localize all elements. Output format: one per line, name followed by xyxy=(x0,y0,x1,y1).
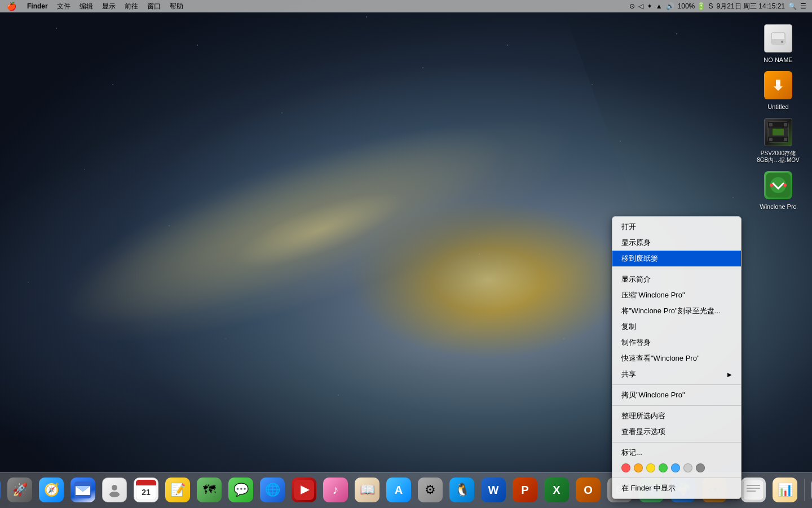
ctx-move-to-trash[interactable]: 移到废纸篓 xyxy=(612,251,741,266)
dock-sysprefs[interactable]: ⚙ xyxy=(416,475,445,505)
tag-gray[interactable] xyxy=(683,463,692,472)
dock-messages[interactable]: 💬 xyxy=(226,475,255,505)
psv-icon-img xyxy=(762,116,794,148)
noname-label: NO NAME xyxy=(764,56,792,64)
menu-help[interactable]: 帮助 xyxy=(165,0,188,12)
notification-icon[interactable]: ☰ xyxy=(800,2,806,10)
wps-x-icon: X xyxy=(544,478,569,502)
dock-contacts[interactable] xyxy=(100,475,129,505)
ctx-compress[interactable]: 压缩"Winclone Pro" xyxy=(612,287,741,303)
desktop-icon-psv[interactable]: PSV2000存储8GB内…据.MOV xyxy=(756,116,801,164)
tag-orange[interactable] xyxy=(634,463,643,472)
dock-mail[interactable] xyxy=(68,475,98,505)
ctx-open[interactable]: 打开 xyxy=(612,219,741,235)
ctx-separator-2 xyxy=(612,384,741,385)
dock-qq[interactable]: 🐧 xyxy=(447,475,476,505)
ctx-tags-row xyxy=(612,461,741,475)
tag-dark-gray[interactable] xyxy=(696,463,705,472)
wps-p-icon: P xyxy=(513,478,537,502)
dock-appstore[interactable]: A xyxy=(384,475,413,505)
menu-finder[interactable]: Finder xyxy=(23,0,52,12)
svg-rect-8 xyxy=(784,123,787,126)
dock-maps[interactable]: 🗺 xyxy=(195,475,224,505)
textedit-icon xyxy=(741,478,766,502)
ctx-paste[interactable]: 拷贝"Winclone Pro" xyxy=(612,387,741,403)
contacts-icon xyxy=(102,478,127,502)
dock-wps-w[interactable]: W xyxy=(479,475,508,505)
volume-icon[interactable]: 🔊 xyxy=(666,2,674,10)
itunes-icon: ♪ xyxy=(323,478,348,502)
svg-point-15 xyxy=(770,183,773,187)
ctx-view-options[interactable]: 查看显示选项 xyxy=(612,424,741,440)
search-icon[interactable]: 🔍 xyxy=(788,2,797,10)
ctx-separator-5 xyxy=(612,478,741,478)
ctx-burn[interactable]: 将"Winclone Pro"刻录至光盘... xyxy=(612,303,741,319)
svg-rect-12 xyxy=(773,129,784,135)
desktop-icon-noname[interactable]: NO NAME xyxy=(756,23,801,64)
dock-wps-o[interactable]: O xyxy=(573,475,603,505)
svg-point-2 xyxy=(781,41,783,43)
ctx-show-in-finder[interactable]: 在 Finder 中显示 xyxy=(612,480,741,496)
dock-trash[interactable] xyxy=(809,475,812,505)
ibooks-icon: 📖 xyxy=(355,478,379,502)
noname-icon-img xyxy=(762,23,794,54)
dock-safari[interactable]: 🧭 xyxy=(37,475,66,505)
share-arrow-icon: ▶ xyxy=(727,371,732,378)
ctx-separator-3 xyxy=(612,405,741,406)
menu-view[interactable]: 显示 xyxy=(98,0,120,12)
menu-file[interactable]: 文件 xyxy=(52,0,75,12)
skype-icon: S xyxy=(709,2,713,10)
dock-finder[interactable] xyxy=(0,475,3,505)
dock-wps-p[interactable]: P xyxy=(510,475,540,505)
spreadsheet-icon: 📊 xyxy=(773,478,797,502)
ctx-tags-label[interactable]: 标记... xyxy=(612,445,741,461)
wifi-icon[interactable]: ▲ xyxy=(656,2,663,10)
ctx-share[interactable]: 共享 ▶ xyxy=(612,366,741,382)
desktop-icon-untitled[interactable]: Untitled xyxy=(756,69,801,111)
datetime-display: 9月21日 周三 14:15:21 xyxy=(717,2,785,11)
notes-icon: 📝 xyxy=(165,478,190,502)
qq-icon: 🐧 xyxy=(449,478,474,502)
menu-edit[interactable]: 编辑 xyxy=(75,0,98,12)
desktop-icon-winclone[interactable]: Winclone Pro xyxy=(756,169,801,211)
dock-itunes[interactable]: ♪ xyxy=(321,475,350,505)
maps-icon: 🗺 xyxy=(197,478,222,502)
dock-wps-x[interactable]: X xyxy=(542,475,571,505)
ctx-separator-1 xyxy=(612,269,741,269)
ctx-quicklook[interactable]: 快速查看"Winclone Pro" xyxy=(612,351,741,366)
desktop-icons-area: NO NAME Untitled xyxy=(744,17,812,217)
battery-indicator[interactable]: 100% 🔋 xyxy=(678,2,705,10)
launchpad-icon: 🚀 xyxy=(7,478,32,502)
menu-go[interactable]: 前往 xyxy=(120,0,143,12)
ctx-clean-up[interactable]: 整理所选内容 xyxy=(612,408,741,424)
context-menu: 打开 显示原身 移到废纸篓 显示简介 压缩"Winclone Pro" 将"Wi… xyxy=(612,216,742,499)
dock-textedit[interactable] xyxy=(739,475,768,505)
dock-streamclip[interactable] xyxy=(289,475,319,505)
winclone-label: Winclone Pro xyxy=(760,203,796,211)
dock-ibooks[interactable]: 📖 xyxy=(352,475,382,505)
ctx-separator-4 xyxy=(612,442,741,443)
desktop: 🍎 Finder 文件 编辑 显示 前往 窗口 帮助 ⊙ ◁ ✦ ▲ 🔊 100… xyxy=(0,0,812,508)
apple-menu[interactable]: 🍎 xyxy=(0,2,23,11)
winclone-icon xyxy=(764,171,792,199)
tag-red[interactable] xyxy=(621,463,630,472)
tag-green[interactable] xyxy=(659,463,668,472)
messages-icon: 💬 xyxy=(228,478,253,502)
menu-window[interactable]: 窗口 xyxy=(143,0,165,12)
tag-blue[interactable] xyxy=(671,463,680,472)
dock-network[interactable]: 🌐 xyxy=(258,475,287,505)
wps-o-icon: O xyxy=(576,478,601,502)
dock-launchpad[interactable]: 🚀 xyxy=(5,475,34,505)
svg-point-26 xyxy=(109,492,120,497)
ctx-copy[interactable]: 复制 xyxy=(612,319,741,335)
ctx-get-info[interactable]: 显示简介 xyxy=(612,271,741,287)
dock-calendar[interactable]: 21 xyxy=(131,475,161,505)
svg-text:21: 21 xyxy=(142,488,151,497)
dock-notes[interactable]: 📝 xyxy=(163,475,192,505)
bluetooth-icon[interactable]: ✦ xyxy=(647,2,652,10)
tag-yellow[interactable] xyxy=(646,463,655,472)
ctx-show-original[interactable]: 显示原身 xyxy=(612,235,741,251)
dock-spreadsheet[interactable]: 📊 xyxy=(770,475,800,505)
network-icon: 🌐 xyxy=(260,478,285,502)
ctx-make-alias[interactable]: 制作替身 xyxy=(612,335,741,351)
